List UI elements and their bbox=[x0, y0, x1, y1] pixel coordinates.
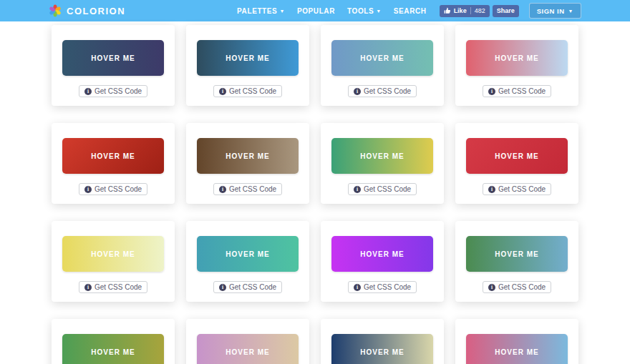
palette-card: HOVER ME i Get CSS Code bbox=[186, 221, 309, 302]
gradient-swatch[interactable]: HOVER ME bbox=[197, 334, 299, 364]
gradient-swatch[interactable]: HOVER ME bbox=[331, 138, 433, 174]
gradient-swatch[interactable]: HOVER ME bbox=[331, 236, 433, 272]
gradient-swatch[interactable]: HOVER ME bbox=[466, 138, 568, 174]
get-css-code-label: Get CSS Code bbox=[229, 87, 276, 95]
hover-me-label: HOVER ME bbox=[495, 250, 538, 258]
gradient-swatch[interactable]: HOVER ME bbox=[197, 236, 299, 272]
nav-palettes[interactable]: PALETTES ▼ bbox=[237, 7, 285, 15]
get-css-code-button[interactable]: i Get CSS Code bbox=[79, 183, 147, 195]
get-css-code-label: Get CSS Code bbox=[94, 185, 142, 193]
palette-card: HOVER ME i Get CSS Code bbox=[186, 123, 309, 204]
get-css-code-button[interactable]: i Get CSS Code bbox=[348, 85, 417, 97]
hover-me-label: HOVER ME bbox=[360, 152, 404, 160]
palette-card: HOVER ME i Get CSS Code bbox=[321, 319, 444, 364]
get-css-code-button[interactable]: i Get CSS Code bbox=[213, 281, 282, 293]
palette-card: HOVER ME i Get CSS Code bbox=[455, 25, 578, 106]
info-icon: i bbox=[488, 186, 495, 193]
get-css-code-button[interactable]: i Get CSS Code bbox=[348, 183, 417, 195]
hover-me-label: HOVER ME bbox=[495, 348, 538, 356]
palette-card: HOVER ME i Get CSS Code bbox=[52, 25, 175, 106]
hover-me-label: HOVER ME bbox=[226, 348, 269, 356]
info-icon: i bbox=[84, 284, 92, 291]
brand-name: COLORION bbox=[67, 6, 125, 16]
top-bar: COLORION PALETTES ▼ POPULAR TOOLS ▼ SEAR… bbox=[0, 0, 630, 21]
chevron-down-icon: ▼ bbox=[376, 9, 382, 14]
get-css-code-button[interactable]: i Get CSS Code bbox=[79, 85, 147, 97]
palette-card: HOVER ME i Get CSS Code bbox=[455, 123, 578, 204]
get-css-code-button[interactable]: i Get CSS Code bbox=[483, 85, 551, 97]
chevron-down-icon: ▼ bbox=[568, 9, 573, 14]
gradient-swatch[interactable]: HOVER ME bbox=[331, 334, 433, 364]
facebook-like-label: Like bbox=[454, 7, 467, 14]
palette-card: HOVER ME i Get CSS Code bbox=[52, 123, 175, 204]
palette-card: HOVER ME i Get CSS Code bbox=[321, 123, 444, 204]
gradient-swatch[interactable]: HOVER ME bbox=[62, 40, 164, 76]
palette-card: HOVER ME i Get CSS Code bbox=[321, 221, 444, 302]
get-css-code-button[interactable]: i Get CSS Code bbox=[213, 85, 282, 97]
sign-in-label: SIGN IN bbox=[537, 7, 565, 15]
nav-search-label: SEARCH bbox=[394, 7, 427, 15]
get-css-code-button[interactable]: i Get CSS Code bbox=[483, 281, 551, 293]
palette-card: HOVER ME i Get CSS Code bbox=[52, 319, 175, 364]
gradient-swatch[interactable]: HOVER ME bbox=[197, 40, 299, 76]
nav-tools-label: TOOLS bbox=[347, 7, 374, 15]
gradient-swatch[interactable]: HOVER ME bbox=[466, 334, 568, 364]
palette-card: HOVER ME i Get CSS Code bbox=[52, 221, 175, 302]
hover-me-label: HOVER ME bbox=[226, 250, 269, 258]
facebook-like-count: 482 bbox=[470, 7, 485, 14]
hover-me-label: HOVER ME bbox=[226, 152, 269, 160]
get-css-code-label: Get CSS Code bbox=[94, 283, 142, 291]
nav-palettes-label: PALETTES bbox=[237, 7, 277, 15]
nav-popular-label: POPULAR bbox=[297, 7, 335, 15]
get-css-code-label: Get CSS Code bbox=[498, 87, 546, 95]
main-nav: PALETTES ▼ POPULAR TOOLS ▼ SEARCH bbox=[237, 7, 427, 15]
gradient-swatch[interactable]: HOVER ME bbox=[466, 40, 568, 76]
facebook-share-label: Share bbox=[497, 7, 515, 14]
palette-card: HOVER ME i Get CSS Code bbox=[455, 221, 578, 302]
gradient-swatch[interactable]: HOVER ME bbox=[62, 236, 164, 272]
gradient-swatch[interactable]: HOVER ME bbox=[62, 334, 164, 364]
get-css-code-button[interactable]: i Get CSS Code bbox=[483, 183, 551, 195]
hover-me-label: HOVER ME bbox=[91, 348, 135, 356]
gradient-swatch[interactable]: HOVER ME bbox=[62, 138, 164, 174]
hover-me-label: HOVER ME bbox=[91, 250, 135, 258]
palette-card: HOVER ME i Get CSS Code bbox=[455, 319, 578, 364]
get-css-code-button[interactable]: i Get CSS Code bbox=[79, 281, 147, 293]
nav-tools[interactable]: TOOLS ▼ bbox=[347, 7, 382, 15]
facebook-widget: Like 482 Share bbox=[440, 5, 519, 17]
info-icon: i bbox=[219, 186, 226, 193]
hover-me-label: HOVER ME bbox=[360, 348, 404, 356]
get-css-code-label: Get CSS Code bbox=[364, 185, 411, 193]
info-icon: i bbox=[354, 284, 361, 291]
brand-logo[interactable]: COLORION bbox=[49, 4, 125, 17]
facebook-like-button[interactable]: Like 482 bbox=[440, 5, 490, 17]
palette-card: HOVER ME i Get CSS Code bbox=[186, 319, 309, 364]
hover-me-label: HOVER ME bbox=[91, 152, 135, 160]
get-css-code-label: Get CSS Code bbox=[94, 87, 142, 95]
gradient-swatch[interactable]: HOVER ME bbox=[466, 236, 568, 272]
facebook-share-button[interactable]: Share bbox=[493, 5, 519, 17]
get-css-code-button[interactable]: i Get CSS Code bbox=[348, 281, 417, 293]
info-icon: i bbox=[84, 186, 92, 193]
info-icon: i bbox=[354, 88, 361, 95]
top-bar-inner: COLORION PALETTES ▼ POPULAR TOOLS ▼ SEAR… bbox=[0, 0, 630, 21]
gradient-swatch[interactable]: HOVER ME bbox=[197, 138, 299, 174]
nav-popular[interactable]: POPULAR bbox=[297, 7, 335, 15]
get-css-code-label: Get CSS Code bbox=[229, 283, 276, 291]
nav-search[interactable]: SEARCH bbox=[394, 7, 427, 15]
hover-me-label: HOVER ME bbox=[495, 54, 538, 62]
get-css-code-label: Get CSS Code bbox=[498, 283, 546, 291]
get-css-code-button[interactable]: i Get CSS Code bbox=[213, 183, 282, 195]
get-css-code-label: Get CSS Code bbox=[364, 87, 411, 95]
gradient-swatch[interactable]: HOVER ME bbox=[331, 40, 433, 76]
colorion-pinwheel-icon bbox=[49, 4, 62, 17]
sign-in-button[interactable]: SIGN IN ▼ bbox=[529, 3, 581, 19]
get-css-code-label: Get CSS Code bbox=[229, 185, 276, 193]
get-css-code-label: Get CSS Code bbox=[364, 283, 411, 291]
hover-me-label: HOVER ME bbox=[495, 152, 538, 160]
palette-card: HOVER ME i Get CSS Code bbox=[321, 25, 444, 106]
get-css-code-label: Get CSS Code bbox=[498, 185, 546, 193]
hover-me-label: HOVER ME bbox=[91, 54, 135, 62]
thumbs-up-icon bbox=[444, 7, 451, 14]
palette-card: HOVER ME i Get CSS Code bbox=[186, 25, 309, 106]
